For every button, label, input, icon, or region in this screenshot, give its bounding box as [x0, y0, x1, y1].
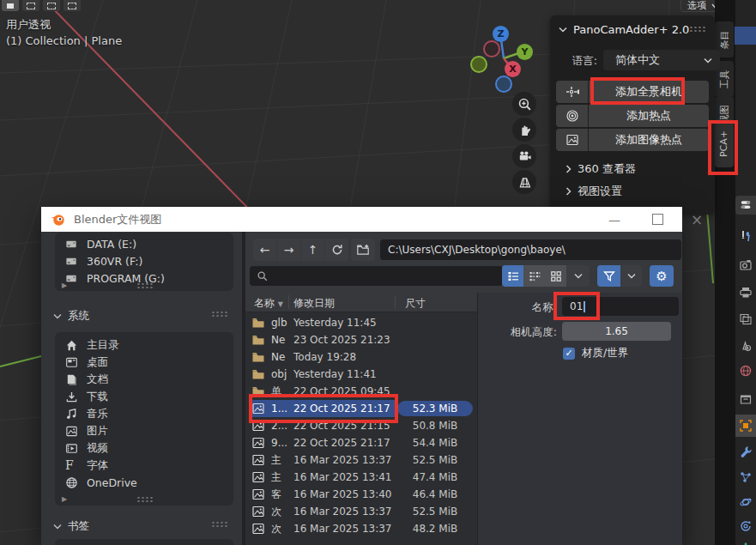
- gizmo-minus-z-axis[interactable]: [495, 76, 512, 93]
- column-name[interactable]: 名称 ▼: [254, 296, 283, 311]
- file-row[interactable]: Ne23 Oct 2025 21:23: [245, 331, 477, 348]
- section-360-viewer[interactable]: 360 查看器: [565, 161, 636, 177]
- volume-item[interactable]: 360VR (F:): [55, 252, 233, 269]
- section-grip[interactable]: [211, 311, 228, 317]
- gizmo-y-axis[interactable]: Y: [517, 44, 533, 60]
- refresh-button[interactable]: [325, 239, 348, 261]
- properties-tab-object-data[interactable]: [735, 537, 756, 545]
- file-row[interactable]: 2...22 Oct 2025 21:1550.8 MiB: [245, 417, 477, 434]
- properties-tab-collection[interactable]: [735, 388, 756, 410]
- gizmo-z-axis[interactable]: Z: [493, 26, 509, 42]
- system-item[interactable]: 音乐: [55, 405, 233, 422]
- forward-button[interactable]: →: [277, 239, 300, 261]
- file-row[interactable]: 次16 Mar 2025 13:3748.2 MiB: [245, 520, 477, 537]
- language-dropdown[interactable]: 简体中文: [603, 50, 720, 70]
- properties-tab-object[interactable]: [735, 415, 756, 437]
- column-size[interactable]: 尺寸: [405, 296, 426, 311]
- file-row[interactable]: 单22 Oct 2025 09:45: [245, 383, 477, 400]
- tweak-select-icon[interactable]: [2, 0, 19, 11]
- file-row[interactable]: objYesterday 11:41: [245, 366, 477, 383]
- add-image-hotspot-button[interactable]: 添加图像热点: [589, 129, 709, 151]
- add-hotspot-button[interactable]: 添加热点: [589, 105, 709, 127]
- file-row[interactable]: glbYesterday 11:45: [245, 314, 477, 331]
- camera-view-button[interactable]: [512, 144, 536, 168]
- system-item[interactable]: 下载: [55, 388, 233, 405]
- file-row[interactable]: 9...22 Oct 2025 21:1754.4 MiB: [245, 434, 477, 451]
- filter-dropdown[interactable]: [620, 265, 642, 287]
- thumbnail-view-button[interactable]: [545, 265, 566, 287]
- properties-tab-modifiers[interactable]: [735, 440, 756, 463]
- properties-tab-render[interactable]: [735, 254, 756, 276]
- expand-triangle-icon[interactable]: ▶: [62, 495, 67, 503]
- minimize-button[interactable]: —: [597, 207, 632, 232]
- properties-tab-view-layer[interactable]: [735, 308, 756, 330]
- system-item[interactable]: 主目录: [55, 336, 233, 354]
- image-hotspot-icon-button[interactable]: [556, 129, 588, 151]
- file-name-input[interactable]: 01: [562, 297, 679, 316]
- system-section-header[interactable]: 系统: [53, 309, 89, 324]
- gizmo-x-axis[interactable]: X: [505, 61, 521, 77]
- properties-tab-particles[interactable]: [735, 466, 756, 488]
- checkbox-checked-icon[interactable]: ✓: [563, 348, 575, 360]
- section-grip[interactable]: [211, 521, 228, 527]
- box-select-icon[interactable]: [22, 0, 39, 11]
- resize-grip[interactable]: [136, 282, 154, 288]
- file-row[interactable]: 主16 Mar 2025 13:4147.4 MiB: [245, 469, 477, 486]
- section-view-settings[interactable]: 视图设置: [565, 184, 622, 199]
- gizmo-minus-y-axis[interactable]: [470, 56, 487, 73]
- volume-item[interactable]: DATA (E:): [55, 235, 233, 252]
- column-divider[interactable]: [288, 295, 289, 309]
- pan-hand-button[interactable]: [512, 118, 536, 142]
- lasso-select-icon[interactable]: [64, 0, 81, 11]
- properties-tab-scene[interactable]: [735, 335, 756, 357]
- properties-tab-editor-type[interactable]: [735, 196, 756, 215]
- resize-grip[interactable]: [136, 496, 154, 502]
- pano-camera-icon-button[interactable]: [556, 81, 588, 103]
- horizontal-list-view-button[interactable]: [523, 265, 545, 287]
- vertical-list-view-button[interactable]: [502, 265, 523, 287]
- system-item[interactable]: OneDrive: [55, 474, 233, 491]
- material-world-option[interactable]: ✓ 材质/世界: [563, 346, 628, 360]
- file-row[interactable]: 次16 Mar 2025 13:3752.5 MiB: [245, 503, 477, 520]
- column-date[interactable]: 修改日期: [293, 296, 335, 311]
- path-field[interactable]: C:\Users\CXJ\Desktop\gong\baoye\: [380, 239, 681, 260]
- maximize-button[interactable]: [640, 207, 674, 232]
- back-button[interactable]: ←: [253, 239, 276, 261]
- grid-button[interactable]: [512, 170, 536, 194]
- camera-height-field[interactable]: 1.65: [562, 322, 671, 341]
- circle-select-icon[interactable]: [43, 0, 60, 11]
- zoom-button[interactable]: [512, 92, 536, 116]
- expand-triangle-icon[interactable]: ▶: [62, 282, 67, 289]
- new-folder-button[interactable]: [351, 239, 375, 261]
- gizmo-minus-x-axis[interactable]: [483, 40, 500, 58]
- properties-tab-world[interactable]: [735, 360, 756, 382]
- system-item[interactable]: 桌面: [55, 354, 233, 371]
- panel-drag-grip[interactable]: [689, 26, 706, 32]
- filter-button[interactable]: [597, 265, 620, 287]
- close-button[interactable]: ×: [680, 207, 714, 232]
- system-item[interactable]: 视频: [55, 439, 233, 457]
- gear-settings-button[interactable]: ⚙: [650, 265, 674, 287]
- file-row[interactable]: 1...22 Oct 2025 21:1752.3 MiB: [245, 400, 477, 417]
- panel-header[interactable]: PanoCamAdder+ 2.0: [559, 23, 689, 36]
- properties-tab-tool[interactable]: [735, 225, 756, 247]
- sidebar-tab-pca+[interactable]: PCA+: [715, 119, 734, 167]
- navigation-gizmo[interactable]: Z Y X: [463, 21, 541, 94]
- system-item[interactable]: 文档: [55, 371, 233, 388]
- display-settings-dropdown[interactable]: [566, 265, 590, 287]
- properties-tab-output[interactable]: [735, 282, 756, 304]
- column-divider[interactable]: [395, 295, 396, 309]
- bookmarks-section-header[interactable]: 书签: [53, 519, 89, 534]
- system-item[interactable]: 图片: [55, 422, 233, 439]
- hotspot-icon-button[interactable]: [556, 105, 588, 127]
- file-row[interactable]: 主16 Mar 2025 13:3752.5 MiB: [245, 451, 477, 469]
- up-button[interactable]: ↑: [301, 239, 324, 261]
- search-input[interactable]: [250, 266, 503, 286]
- file-row[interactable]: 客16 Mar 2025 13:4046.4 MiB: [245, 486, 477, 503]
- add-pano-camera-button[interactable]: 添加全景相机: [589, 81, 709, 103]
- file-row[interactable]: NeToday 19:28: [245, 348, 477, 366]
- properties-tab-physics[interactable]: [735, 491, 756, 513]
- properties-tab-constraints[interactable]: [735, 515, 756, 537]
- dialog-titlebar[interactable]: Blender文件视图 — ×: [41, 207, 682, 232]
- system-item[interactable]: F字体: [55, 457, 233, 474]
